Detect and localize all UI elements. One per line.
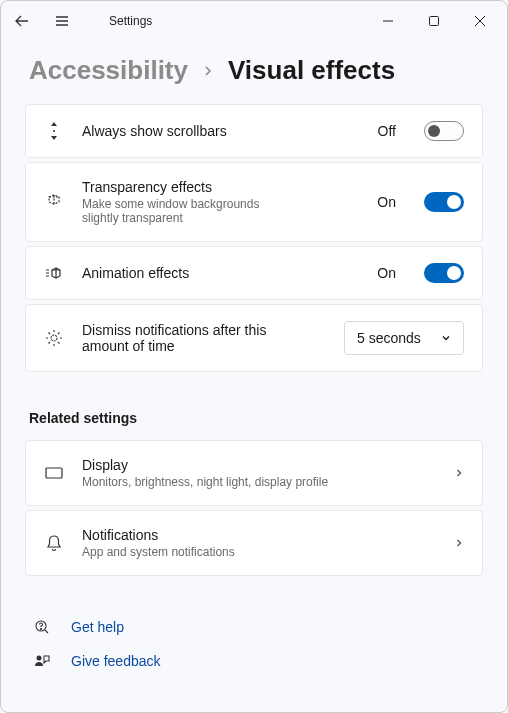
related-settings-title: Related settings bbox=[29, 410, 483, 426]
chevron-right-icon bbox=[202, 65, 214, 77]
maximize-button[interactable] bbox=[411, 5, 457, 37]
svg-point-2 bbox=[51, 335, 57, 341]
scrollbar-icon bbox=[44, 121, 64, 141]
toggle-state: Off bbox=[378, 123, 396, 139]
breadcrumb-parent[interactable]: Accessibility bbox=[29, 55, 188, 86]
row-dismiss-notifications: Dismiss notifications after this amount … bbox=[25, 304, 483, 372]
dropdown-value: 5 seconds bbox=[357, 330, 421, 346]
svg-point-6 bbox=[37, 656, 42, 661]
page-title: Visual effects bbox=[228, 55, 395, 86]
row-desc: Monitors, brightness, night light, displ… bbox=[82, 475, 436, 489]
help-icon bbox=[33, 618, 51, 636]
row-label: Notifications bbox=[82, 527, 436, 543]
chevron-right-icon bbox=[454, 534, 464, 552]
row-label: Always show scrollbars bbox=[82, 123, 360, 139]
row-scrollbars: Always show scrollbars Off bbox=[25, 104, 483, 158]
row-display[interactable]: Display Monitors, brightness, night ligh… bbox=[25, 440, 483, 506]
brightness-icon bbox=[44, 328, 64, 348]
svg-point-1 bbox=[53, 130, 55, 132]
animation-toggle[interactable] bbox=[424, 263, 464, 283]
transparency-icon bbox=[44, 192, 64, 212]
chevron-right-icon bbox=[454, 464, 464, 482]
give-feedback-link[interactable]: Give feedback bbox=[29, 644, 479, 678]
link-text[interactable]: Give feedback bbox=[71, 653, 161, 669]
back-button[interactable] bbox=[13, 12, 31, 30]
breadcrumb: Accessibility Visual effects bbox=[1, 41, 507, 104]
svg-point-5 bbox=[41, 629, 42, 630]
close-button[interactable] bbox=[457, 5, 503, 37]
scrollbars-toggle[interactable] bbox=[424, 121, 464, 141]
row-desc: App and system notifications bbox=[82, 545, 436, 559]
app-title: Settings bbox=[109, 14, 152, 28]
feedback-icon bbox=[33, 652, 51, 670]
row-animation: Animation effects On bbox=[25, 246, 483, 300]
svg-rect-0 bbox=[430, 17, 439, 26]
row-label: Transparency effects bbox=[82, 179, 359, 195]
animation-icon bbox=[44, 263, 64, 283]
display-icon bbox=[44, 463, 64, 483]
row-desc: Make some window backgrounds slightly tr… bbox=[82, 197, 282, 225]
chevron-down-icon bbox=[441, 330, 451, 346]
row-label: Dismiss notifications after this amount … bbox=[82, 322, 302, 354]
row-label: Display bbox=[82, 457, 436, 473]
row-label: Animation effects bbox=[82, 265, 359, 281]
get-help-link[interactable]: Get help bbox=[29, 610, 479, 644]
titlebar: Settings bbox=[1, 1, 507, 41]
toggle-state: On bbox=[377, 194, 396, 210]
transparency-toggle[interactable] bbox=[424, 192, 464, 212]
dismiss-duration-dropdown[interactable]: 5 seconds bbox=[344, 321, 464, 355]
link-text[interactable]: Get help bbox=[71, 619, 124, 635]
bell-icon bbox=[44, 533, 64, 553]
row-notifications[interactable]: Notifications App and system notificatio… bbox=[25, 510, 483, 576]
svg-rect-3 bbox=[46, 468, 62, 478]
minimize-button[interactable] bbox=[365, 5, 411, 37]
menu-button[interactable] bbox=[53, 12, 71, 30]
toggle-state: On bbox=[377, 265, 396, 281]
row-transparency: Transparency effects Make some window ba… bbox=[25, 162, 483, 242]
